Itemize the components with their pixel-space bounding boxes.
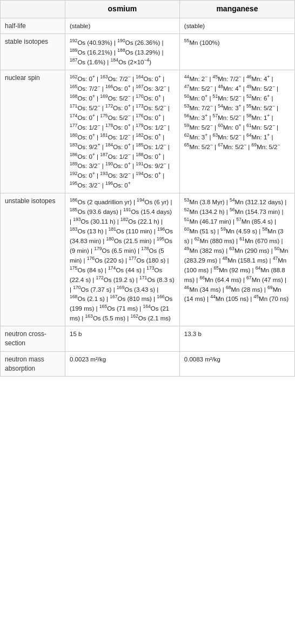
stable-isotopes-row: stable isotopes 192Os (40.93%) | 190Os (… (1, 34, 295, 70)
unstable-isotopes-label: unstable isotopes (1, 193, 65, 326)
osmium-nuclear-spin: 162Os: 0+ | 163Os: 7/2− | 164Os: 0+ | 16… (65, 70, 180, 193)
manganese-half-life: (stable) (179, 18, 294, 34)
half-life-label: half-life (1, 18, 65, 34)
manganese-neutron-cross-section: 13.3 b (179, 326, 294, 352)
osmium-unstable-isotopes: 186Os (2 quadrillion yr) | 194Os (6 yr) … (65, 193, 180, 326)
unstable-isotopes-row: unstable isotopes 186Os (2 quadrillion y… (1, 193, 295, 326)
half-life-row: half-life (stable) (stable) (1, 18, 295, 34)
manganese-header: manganese (179, 1, 294, 18)
stable-isotopes-label: stable isotopes (1, 34, 65, 70)
manganese-unstable-isotopes: 53Mn (3.8 Myr) | 54Mn (312.12 days) | 52… (179, 193, 294, 326)
empty-header (1, 1, 65, 18)
osmium-neutron-mass-absorption: 0.0023 m²/kg (65, 351, 180, 377)
osmium-header: osmium (65, 1, 180, 18)
osmium-half-life: (stable) (65, 18, 180, 34)
neutron-cross-section-label: neutron cross-section (1, 326, 65, 352)
manganese-nuclear-spin: 44Mn: 2− | 45Mn: 7/2− | 46Mn: 4+ | 47Mn:… (179, 70, 294, 193)
neutron-mass-absorption-label: neutron mass absorption (1, 351, 65, 377)
manganese-neutron-mass-absorption: 0.0083 m²/kg (179, 351, 294, 377)
nuclear-spin-row: nuclear spin 162Os: 0+ | 163Os: 7/2− | 1… (1, 70, 295, 193)
neutron-cross-section-row: neutron cross-section 15 b 13.3 b (1, 326, 295, 352)
manganese-stable-isotopes: 55Mn (100%) (179, 34, 294, 70)
osmium-stable-isotopes: 192Os (40.93%) | 190Os (26.36%) | 189Os … (65, 34, 180, 70)
nuclear-spin-label: nuclear spin (1, 70, 65, 193)
osmium-neutron-cross-section: 15 b (65, 326, 180, 352)
neutron-mass-absorption-row: neutron mass absorption 0.0023 m²/kg 0.0… (1, 351, 295, 377)
